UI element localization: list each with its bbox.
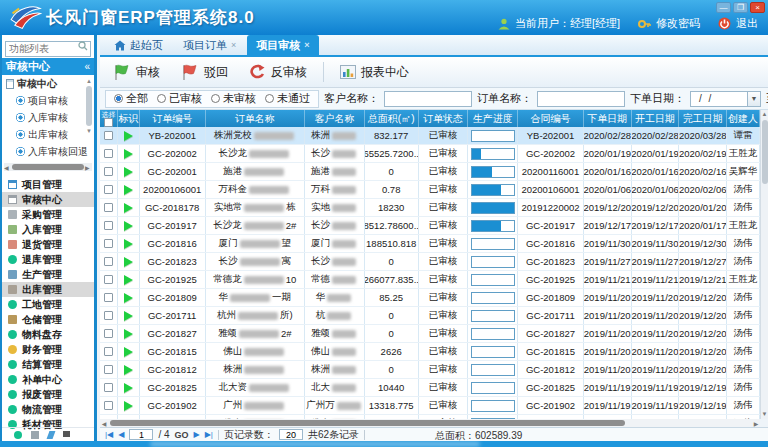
reject-button[interactable]: 驳回 [176,61,232,84]
table-row[interactable]: GC-201812株洲株洲0已审核GC-2018122019/11/202019… [100,361,760,379]
scroll-right-icon[interactable]: ▶ [85,164,92,171]
sidebar-item-退货管理[interactable]: 退货管理 [2,237,94,252]
last-page-button[interactable]: ▶| [205,430,213,439]
order-date-from-input[interactable]: / / [690,91,748,107]
sidebar-item-审核中心[interactable]: 审核中心 [2,192,94,207]
collapse-icon[interactable]: « [84,61,90,72]
row-checkbox[interactable] [104,221,113,230]
tree-item-项目审核[interactable]: 项目审核 [2,92,94,109]
minimize-button[interactable]: — [716,2,731,13]
scroll-left-icon[interactable]: ◀ [4,164,11,171]
report-center-button[interactable]: 报表中心 [336,62,413,83]
sidebar-item-采购管理[interactable]: 采购管理 [2,207,94,222]
close-tab-icon[interactable]: × [231,40,236,50]
table-row[interactable]: GC-202001施港施港0已审核202001160012020/01/1620… [100,163,760,181]
notebook-icon[interactable] [63,431,70,439]
sidebar-item-退库管理[interactable]: 退库管理 [2,252,94,267]
row-checkbox[interactable] [104,203,113,212]
radio-button-icon[interactable] [211,94,220,103]
radio-已审核[interactable]: 已审核 [157,91,202,106]
scroll-down-icon[interactable]: ▼ [761,410,768,419]
radio-button-icon[interactable] [114,94,123,103]
column-header-完工日期[interactable]: 完工日期 [679,110,727,127]
status-dot-icon[interactable] [14,431,22,439]
column-header-开工日期[interactable]: 开工日期 [632,110,680,127]
table-row[interactable]: YB-202001株洲党校株洲832.177已审核YB-2020012020/0… [100,127,760,145]
unaudit-button[interactable]: 反审核 [244,62,311,83]
sidebar-item-报废管理[interactable]: 报废管理 [2,387,94,402]
row-checkbox[interactable] [104,149,113,158]
table-row[interactable]: GC-202002长沙龙长沙65525.7200..已审核GC-20200220… [100,145,760,163]
column-header-下单日期[interactable]: 下单日期 [584,110,632,127]
row-checkbox[interactable] [104,329,113,338]
table-row[interactable]: 20200106001万科金万科0.78已审核202001060012020/0… [100,181,760,199]
tree-vertical-scrollbar[interactable]: ▲▼ [85,77,93,161]
table-row[interactable]: GC-201823长沙寓长沙0已审核GC-2018232019/11/27201… [100,253,760,271]
sidebar-item-生产管理[interactable]: 生产管理 [2,267,94,282]
chevron-down-icon[interactable]: ▼ [748,91,761,107]
row-checkbox[interactable] [104,347,113,356]
customer-name-input[interactable] [384,91,472,107]
tab-home[interactable]: 起始页 [105,35,172,55]
row-checkbox[interactable] [104,401,113,410]
tree-item-入库审核[interactable]: 入库审核 [2,109,94,126]
table-row[interactable]: GC-201816厦门望厦门188510.818已审核GC-2018162019… [100,235,760,253]
scroll-thumb[interactable] [110,420,625,426]
sidebar-item-财务管理[interactable]: 财务管理 [2,342,94,357]
column-header-总面积(㎡)[interactable]: 总面积(㎡) [365,110,419,127]
row-checkbox[interactable] [104,167,113,176]
table-row[interactable]: GC-201711杭州所)杭0已审核GC-2017112019/11/20201… [100,307,760,325]
sidebar-item-仓储管理[interactable]: 仓储管理 [2,312,94,327]
row-checkbox[interactable] [104,131,113,140]
sidebar-item-结算管理[interactable]: 结算管理 [2,357,94,372]
radio-全部[interactable]: 全部 [114,91,148,106]
table-row[interactable]: GC-201827雅颂2#雅颂0已审核GC-2018272019/11/2020… [100,325,760,343]
sidebar-item-入库管理[interactable]: 入库管理 [2,222,94,237]
table-row[interactable]: GC-201815佛山佛山2626已审核GC-2018152019/11/202… [100,343,760,361]
column-header-创建人[interactable]: 创建人 [727,110,760,127]
sidebar-item-工地管理[interactable]: 工地管理 [2,297,94,312]
tree-item-出库审核[interactable]: 出库审核 [2,126,94,143]
sidebar-item-出库管理[interactable]: 出库管理 [2,282,94,297]
tab-project-audit[interactable]: 项目审核 × [247,35,318,55]
sidebar-item-物料盘存[interactable]: 物料盘存 [2,327,94,342]
tree-root-audit-center[interactable]: 审核中心 [2,75,94,92]
row-checkbox[interactable] [104,365,113,374]
row-checkbox[interactable] [104,257,113,266]
table-row[interactable]: GC-201925常德龙10常德266077.835..已审核GC-201925… [100,271,760,289]
scroll-right-icon[interactable]: ▶ [752,420,760,427]
sidebar-item-补单中心[interactable]: 补单中心 [2,372,94,387]
tree-horizontal-scrollbar[interactable]: ◀ ▶ [4,163,92,171]
table-row[interactable]: GC-201917长沙龙2#长沙8512.78600..已审核GC-201917… [100,217,760,235]
table-row[interactable]: GC-201902广州广州万13318.775已审核GC-2019022019/… [100,397,760,415]
scroll-left-icon[interactable]: ◀ [100,420,108,427]
row-checkbox[interactable] [104,383,113,392]
tab-project-orders[interactable]: 项目订单 × [174,35,245,55]
sidebar-item-物流管理[interactable]: 物流管理 [2,402,94,417]
column-header-合同编号[interactable]: 合同编号 [518,110,584,127]
scroll-up-icon[interactable]: ▲ [761,110,768,119]
radio-未审核[interactable]: 未审核 [211,91,256,106]
tree-item-入库审核回退[interactable]: 入库审核回退 [2,143,94,160]
select-all-checkbox[interactable] [104,118,113,127]
row-checkbox[interactable] [104,311,113,320]
column-header-选择[interactable]: 选择 [100,110,118,127]
scroll-thumb[interactable] [762,120,768,184]
cart-icon[interactable] [31,431,39,439]
radio-button-icon[interactable] [265,94,274,103]
table-horizontal-scrollbar[interactable]: ◀ ▶ [100,419,760,427]
page-size-input[interactable] [279,429,303,440]
page-number-input[interactable] [129,429,153,440]
column-header-客户名称[interactable]: 客户名称 [305,110,365,127]
prev-page-button[interactable]: ◀ [118,430,124,439]
column-header-订单名称[interactable]: 订单名称 [206,110,306,127]
close-button[interactable]: × [750,2,765,13]
more-icon[interactable] [79,431,82,439]
row-checkbox[interactable] [104,293,113,302]
table-vertical-scrollbar[interactable]: ▲▼ [760,110,768,419]
first-page-button[interactable]: |◀ [105,430,113,439]
column-header-标识[interactable]: 标识 [118,110,140,127]
table-row[interactable]: GC-201809华一期华85.25已审核GC-2018092019/11/20… [100,289,760,307]
brush-icon[interactable] [47,431,56,439]
row-checkbox[interactable] [104,239,113,248]
